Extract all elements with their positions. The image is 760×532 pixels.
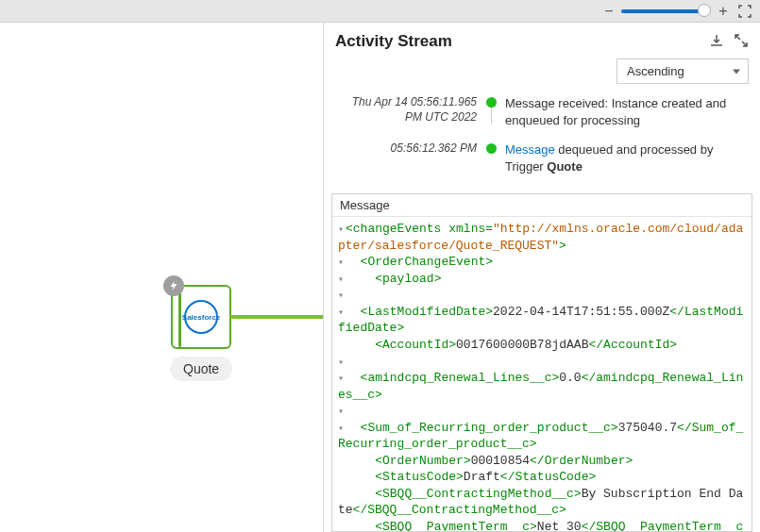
message-panel: Message ▾<changeEvents xmlns="http://xml…	[331, 193, 752, 532]
trigger-node-label: Quote	[170, 357, 232, 381]
event-row: 05:56:12.362 PM Message dequeued and pro…	[335, 140, 749, 175]
content-area: Salesforce Quote Activity Stream Ascendi…	[0, 23, 760, 532]
download-icon[interactable]	[709, 33, 724, 51]
flow-canvas[interactable]: Salesforce Quote	[0, 23, 323, 532]
zoom-in-button[interactable]: +	[717, 5, 730, 18]
message-panel-title: Message	[332, 194, 752, 217]
top-toolbar: − +	[0, 0, 760, 23]
message-xml-body[interactable]: ▾<changeEvents xmlns="http://xmlns.oracl…	[332, 217, 752, 531]
zoom-controls: − +	[602, 5, 730, 18]
event-trigger-name: Quote	[547, 159, 583, 174]
event-body: Message dequeued and processed by Trigge…	[505, 140, 749, 175]
event-body: Message received: Instance created and e…	[505, 93, 749, 128]
event-row: Thu Apr 14 05:56:11.965 PM UTC 2022 Mess…	[335, 93, 749, 128]
zoom-out-button[interactable]: −	[602, 5, 616, 18]
panel-actions	[709, 33, 749, 51]
sort-select[interactable]: Ascending	[616, 58, 749, 84]
event-status-dot-icon	[486, 143, 497, 154]
event-connector-line	[491, 108, 492, 125]
panel-header: Activity Stream	[324, 23, 760, 55]
event-timestamp: Thu Apr 14 05:56:11.965 PM UTC 2022	[335, 93, 477, 125]
salesforce-icon: Salesforce	[184, 300, 218, 334]
flow-connector	[230, 315, 323, 319]
event-marker-col	[484, 93, 498, 125]
trigger-node[interactable]: Salesforce Quote	[170, 285, 232, 381]
event-timestamp: 05:56:12.362 PM	[335, 140, 477, 157]
message-link[interactable]: Message	[505, 142, 555, 157]
zoom-slider-fill	[621, 9, 702, 13]
event-marker-col	[484, 140, 498, 154]
trigger-bolt-icon	[163, 275, 184, 296]
zoom-slider[interactable]	[621, 9, 711, 13]
zoom-slider-thumb[interactable]	[698, 4, 711, 17]
fit-to-screen-icon[interactable]	[737, 4, 752, 19]
activity-stream-panel: Activity Stream Ascending Thu Apr 14 05:…	[323, 23, 760, 532]
sort-row: Ascending	[324, 55, 760, 93]
events-list: Thu Apr 14 05:56:11.965 PM UTC 2022 Mess…	[324, 93, 760, 193]
panel-title: Activity Stream	[335, 32, 452, 51]
expand-icon[interactable]	[734, 33, 749, 51]
event-status-dot-icon	[486, 97, 497, 108]
trigger-node-box[interactable]: Salesforce	[171, 285, 231, 349]
